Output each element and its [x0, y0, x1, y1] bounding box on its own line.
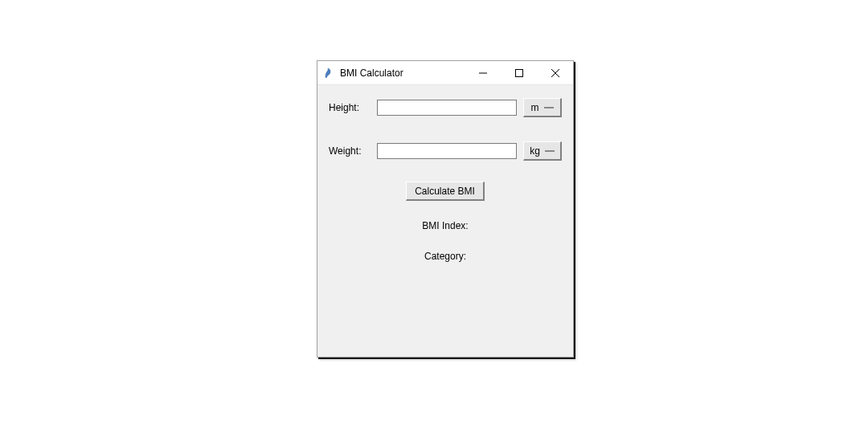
app-icon	[322, 67, 335, 80]
height-row: Height: m	[329, 98, 562, 117]
height-label: Height:	[329, 102, 371, 113]
weight-label: Weight:	[329, 145, 371, 157]
height-input[interactable]	[377, 100, 517, 116]
maximize-button[interactable]	[501, 61, 537, 84]
calculate-button[interactable]: Calculate BMI	[406, 182, 485, 201]
window-title: BMI Calculator	[340, 67, 465, 79]
weight-input[interactable]	[377, 143, 517, 159]
minimize-button[interactable]	[465, 61, 501, 84]
calculate-row: Calculate BMI	[329, 182, 562, 201]
app-window: BMI Calculator Height: m Weight:	[317, 60, 574, 358]
calculate-button-label: Calculate BMI	[415, 186, 475, 197]
bmi-index-label: BMI Index:	[329, 220, 562, 231]
client-area: Height: m Weight: kg Calculate BMI BMI I…	[317, 85, 573, 294]
category-label: Category:	[329, 251, 562, 262]
height-unit-dropdown[interactable]: m	[523, 98, 562, 117]
height-unit-value: m	[531, 102, 539, 113]
close-button[interactable]	[537, 61, 573, 84]
dropdown-indicator-icon	[544, 107, 554, 108]
weight-row: Weight: kg	[329, 141, 562, 161]
svg-rect-1	[515, 69, 522, 76]
weight-unit-dropdown[interactable]: kg	[523, 141, 562, 161]
titlebar: BMI Calculator	[317, 61, 573, 85]
weight-unit-value: kg	[530, 145, 540, 157]
window-controls	[465, 61, 573, 84]
dropdown-indicator-icon	[545, 150, 555, 152]
